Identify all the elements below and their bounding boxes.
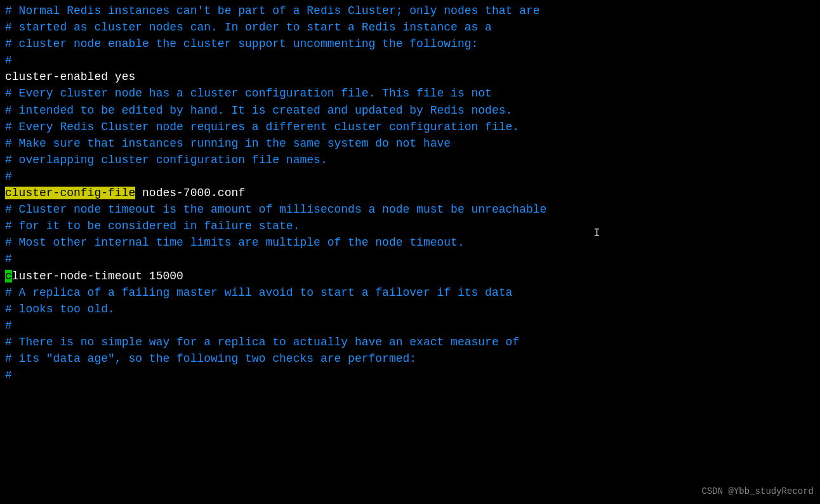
- cursor: c: [5, 270, 12, 282]
- code-line: #: [5, 367, 815, 383]
- code-line: # Normal Redis instances can't be part o…: [5, 3, 815, 19]
- code-line: # started as cluster nodes can. In order…: [5, 19, 815, 36]
- code-line: # Most other internal time limits are mu…: [5, 234, 815, 251]
- code-line: cluster-enabled yes: [5, 69, 815, 85]
- code-line: #: [5, 317, 815, 334]
- code-line: # overlapping cluster configuration file…: [5, 152, 815, 168]
- code-line: # intended to be edited by hand. It is c…: [5, 102, 815, 119]
- watermark-text: CSDN @Ybb_studyRecord: [702, 485, 814, 498]
- code-line: # looks too old.: [5, 301, 815, 317]
- highlighted-text: cluster-config-file: [5, 187, 135, 199]
- text-cursor: I: [593, 225, 600, 241]
- code-line: #: [5, 251, 815, 267]
- code-line: cluster-config-file nodes-7000.conf: [5, 185, 815, 201]
- code-line: # Make sure that instances running in th…: [5, 135, 815, 152]
- code-line: # There is no simple way for a replica t…: [5, 334, 815, 350]
- code-line: # Every Redis Cluster node requires a di…: [5, 119, 815, 135]
- code-line: # A replica of a failing master will avo…: [5, 284, 815, 301]
- code-content: # Normal Redis instances can't be part o…: [5, 3, 815, 383]
- code-line: cluster-node-timeout 15000: [5, 268, 815, 284]
- code-line: # Every cluster node has a cluster confi…: [5, 85, 815, 102]
- code-line: #: [5, 52, 815, 69]
- code-line: # for it to be considered in failure sta…: [5, 218, 815, 234]
- code-line: # its "data age", so the following two c…: [5, 350, 815, 367]
- code-line: #: [5, 168, 815, 185]
- code-editor: # Normal Redis instances can't be part o…: [0, 0, 820, 504]
- code-line: # Cluster node timeout is the amount of …: [5, 201, 815, 218]
- code-line: # cluster node enable the cluster suppor…: [5, 36, 815, 52]
